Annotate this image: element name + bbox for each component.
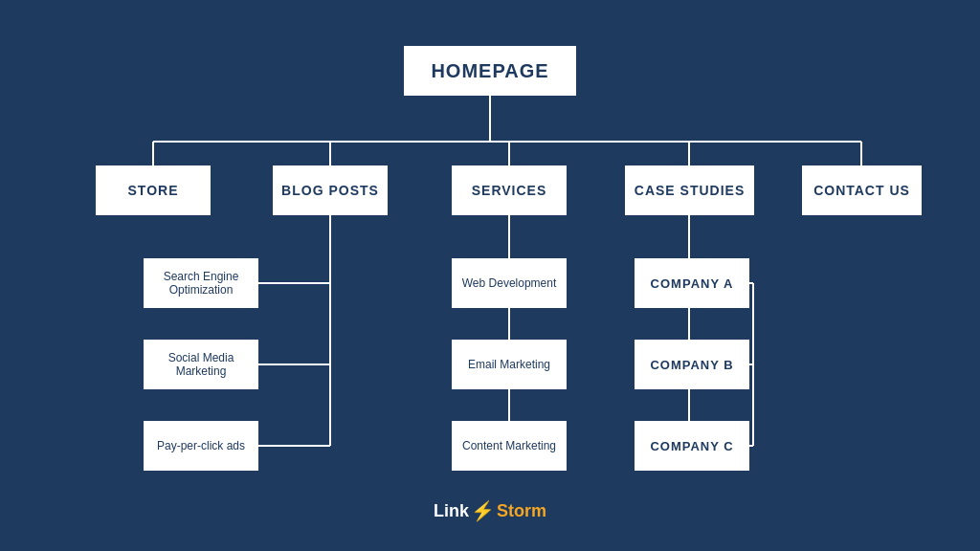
node-email: Email Marketing	[452, 340, 567, 389]
email-label: Email Marketing	[468, 358, 550, 371]
smm-label: Social Media Marketing	[145, 351, 256, 378]
node-smm: Social Media Marketing	[144, 340, 258, 389]
logo-link-text: Link	[434, 501, 469, 521]
node-blogposts: BLOG POSTS	[273, 165, 388, 215]
logo-storm-text: Storm	[497, 501, 546, 521]
seo-label: Search Engine Optimization	[145, 270, 256, 297]
casestudies-label: CASE STUDIES	[635, 183, 745, 198]
companya-label: COMPANY A	[651, 276, 734, 291]
node-companya: COMPANY A	[635, 258, 749, 308]
ppc-label: Pay-per-click ads	[157, 439, 245, 452]
node-homepage: HOMEPAGE	[404, 46, 576, 96]
companyb-label: COMPANY B	[650, 358, 733, 372]
node-content: Content Marketing	[452, 421, 567, 471]
logo-bolt-icon: ⚡	[471, 499, 495, 522]
node-webdev: Web Development	[452, 258, 567, 308]
blogposts-label: BLOG POSTS	[281, 183, 379, 198]
contactus-label: CONTACT US	[813, 183, 910, 198]
logo: Link ⚡ Storm	[434, 499, 546, 522]
homepage-label: HOMEPAGE	[431, 60, 548, 82]
content-label: Content Marketing	[462, 439, 556, 452]
webdev-label: Web Development	[462, 276, 557, 290]
node-seo: Search Engine Optimization	[144, 258, 258, 308]
node-ppc: Pay-per-click ads	[144, 421, 258, 471]
node-casestudies: CASE STUDIES	[625, 165, 754, 215]
diagram-container: HOMEPAGE STORE BLOG POSTS SERVICES CASE …	[31, 17, 949, 534]
node-contactus: CONTACT US	[802, 165, 922, 215]
node-store: STORE	[96, 165, 211, 215]
services-label: SERVICES	[472, 183, 547, 198]
node-companyb: COMPANY B	[635, 340, 749, 389]
node-companyc: COMPANY C	[635, 421, 749, 471]
companyc-label: COMPANY C	[650, 439, 733, 453]
node-services: SERVICES	[452, 165, 567, 215]
store-label: STORE	[128, 183, 179, 198]
